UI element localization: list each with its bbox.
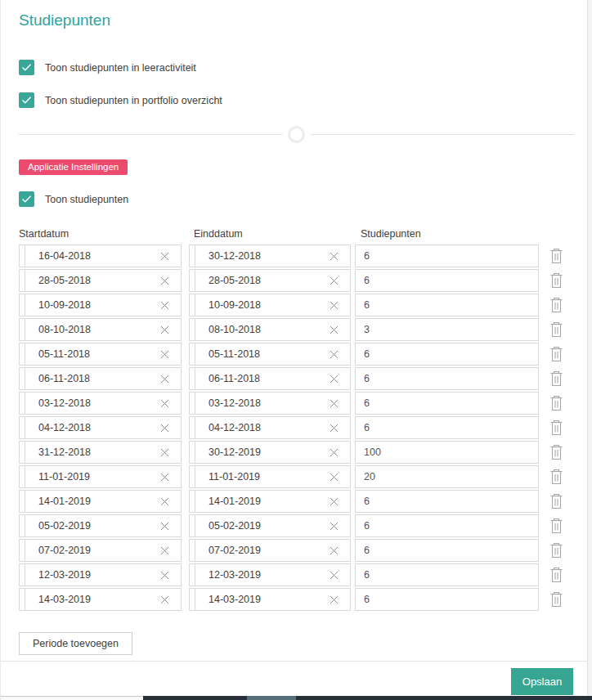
einddatum-field[interactable]: 28-05-2018	[189, 269, 351, 292]
startdatum-field[interactable]: 04-12-2018	[19, 416, 182, 439]
clear-x-icon[interactable]	[159, 300, 181, 311]
studiepunten-field[interactable]: 6	[355, 539, 539, 562]
einddatum-field[interactable]: 08-10-2018	[189, 318, 351, 341]
delete-row-button[interactable]	[549, 248, 563, 264]
checkbox-leeractiviteit[interactable]	[19, 60, 34, 75]
clear-x-icon[interactable]	[329, 472, 350, 482]
clear-x-icon[interactable]	[329, 349, 350, 360]
startdatum-field[interactable]: 10-09-2018	[19, 294, 182, 316]
startdatum-field[interactable]: 05-02-2019	[19, 514, 182, 537]
studiepunten-field[interactable]: 6	[355, 343, 539, 366]
delete-row-button[interactable]	[549, 469, 563, 485]
startdatum-field[interactable]: 03-12-2018	[19, 392, 182, 415]
clear-x-icon[interactable]	[159, 398, 181, 409]
clear-x-icon[interactable]	[159, 472, 181, 482]
einddatum-field[interactable]: 10-09-2018	[189, 294, 351, 316]
startdatum-field[interactable]: 12-03-2019	[19, 563, 182, 586]
studiepunten-field[interactable]: 6	[355, 392, 539, 415]
delete-row-button[interactable]	[549, 444, 563, 460]
startdatum-field[interactable]: 08-10-2018	[19, 318, 182, 341]
einddatum-field[interactable]: 11-01-2019	[189, 465, 351, 488]
einddatum-field[interactable]: 14-01-2019	[189, 490, 351, 513]
delete-row-button[interactable]	[549, 297, 563, 313]
clear-x-icon[interactable]	[159, 570, 181, 581]
einddatum-field[interactable]: 30-12-2018	[189, 245, 351, 267]
studiepunten-field[interactable]: 6	[355, 588, 539, 611]
clear-x-icon[interactable]	[329, 398, 350, 409]
startdatum-field[interactable]: 28-05-2018	[19, 269, 182, 292]
clear-x-icon[interactable]	[329, 300, 350, 311]
clear-x-icon[interactable]	[329, 570, 350, 581]
checkbox-portfolio[interactable]	[19, 92, 34, 108]
studiepunten-field[interactable]: 6	[355, 245, 539, 267]
delete-row-button[interactable]	[549, 493, 563, 509]
delete-row-button[interactable]	[549, 321, 563, 338]
clear-x-icon[interactable]	[159, 251, 181, 262]
startdatum-field[interactable]: 14-03-2019	[19, 588, 182, 611]
clear-x-icon[interactable]	[329, 595, 350, 605]
einddatum-field[interactable]: 04-12-2018	[189, 416, 351, 439]
startdatum-field[interactable]: 07-02-2019	[19, 539, 182, 562]
divider-line	[19, 134, 282, 135]
delete-row-button[interactable]	[549, 395, 563, 411]
delete-row-button[interactable]	[549, 567, 563, 583]
checkbox-row-leeractiviteit[interactable]: Toon studiepunten in leeractiviteit	[19, 60, 592, 75]
clear-x-icon[interactable]	[159, 325, 181, 335]
studiepunten-field[interactable]: 6	[355, 416, 539, 439]
clear-x-icon[interactable]	[159, 496, 181, 507]
studiepunten-field[interactable]: 6	[355, 490, 539, 513]
clear-x-icon[interactable]	[329, 521, 350, 532]
clear-x-icon[interactable]	[329, 325, 350, 335]
startdatum-field[interactable]: 05-11-2018	[19, 343, 182, 366]
checkbox-row-portfolio[interactable]: Toon studiepunten in portfolio overzicht	[19, 92, 592, 108]
einddatum-field[interactable]: 05-02-2019	[189, 514, 351, 537]
studiepunten-field[interactable]: 6	[355, 563, 539, 586]
add-period-button[interactable]: Periode toevoegen	[19, 632, 132, 655]
checkbox-toon-studiepunten[interactable]	[19, 191, 34, 207]
studiepunten-field[interactable]: 100	[355, 441, 539, 464]
startdatum-field[interactable]: 06-11-2018	[19, 367, 182, 390]
clear-x-icon[interactable]	[329, 374, 350, 384]
clear-x-icon[interactable]	[329, 423, 350, 433]
clear-x-icon[interactable]	[159, 423, 181, 433]
clear-x-icon[interactable]	[159, 447, 181, 458]
clear-x-icon[interactable]	[159, 349, 181, 360]
clear-x-icon[interactable]	[329, 496, 350, 507]
einddatum-field[interactable]: 07-02-2019	[189, 539, 351, 562]
studiepunten-field[interactable]: 6	[355, 269, 539, 292]
checkbox-row-toon-studiepunten[interactable]: Toon studiepunten	[19, 191, 592, 207]
studiepunten-field[interactable]: 6	[355, 294, 539, 316]
einddatum-field[interactable]: 12-03-2019	[189, 563, 351, 586]
einddatum-field[interactable]: 05-11-2018	[189, 343, 351, 366]
clear-x-icon[interactable]	[159, 276, 181, 286]
clear-x-icon[interactable]	[329, 545, 350, 556]
delete-row-button[interactable]	[549, 542, 563, 559]
delete-row-button[interactable]	[549, 420, 563, 436]
save-button[interactable]: Opslaan	[511, 668, 573, 695]
clear-x-icon[interactable]	[329, 276, 350, 286]
startdatum-field[interactable]: 16-04-2018	[19, 245, 182, 267]
startdatum-field[interactable]: 11-01-2019	[19, 465, 182, 488]
studiepunten-field[interactable]: 6	[355, 367, 539, 390]
scrollbar-track[interactable]	[587, 0, 592, 696]
delete-row-button[interactable]	[549, 518, 563, 534]
einddatum-field[interactable]: 06-11-2018	[189, 367, 351, 390]
clear-x-icon[interactable]	[159, 521, 181, 532]
clear-x-icon[interactable]	[329, 447, 350, 458]
delete-row-button[interactable]	[549, 346, 563, 362]
delete-row-button[interactable]	[549, 591, 563, 608]
studiepunten-field[interactable]: 20	[355, 465, 539, 488]
clear-x-icon[interactable]	[329, 251, 350, 262]
studiepunten-field[interactable]: 6	[355, 514, 539, 537]
startdatum-field[interactable]: 14-01-2019	[19, 490, 182, 513]
einddatum-field[interactable]: 30-12-2019	[189, 441, 351, 464]
startdatum-field[interactable]: 31-12-2018	[19, 441, 182, 464]
clear-x-icon[interactable]	[159, 545, 181, 556]
studiepunten-field[interactable]: 3	[355, 318, 539, 341]
einddatum-field[interactable]: 14-03-2019	[189, 588, 351, 611]
delete-row-button[interactable]	[549, 370, 563, 387]
einddatum-field[interactable]: 03-12-2018	[189, 392, 351, 415]
clear-x-icon[interactable]	[159, 595, 181, 605]
delete-row-button[interactable]	[549, 272, 563, 289]
clear-x-icon[interactable]	[159, 374, 181, 384]
